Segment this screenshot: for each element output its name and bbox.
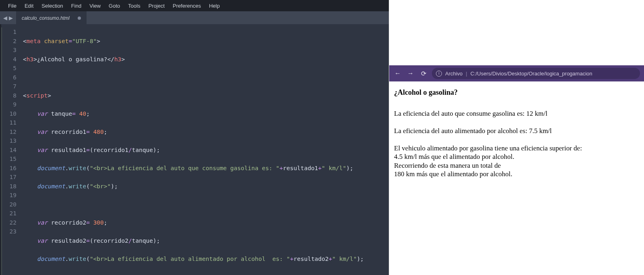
rendered-page: ¿Alcohol o gasolina? La eficiencia del a… [389, 81, 644, 185]
reload-button[interactable]: ⟳ [419, 70, 428, 77]
url-divider: | [466, 71, 467, 77]
code-content[interactable]: <meta charset="UTF-8"> <h3>¿Alcohol o ga… [23, 27, 389, 275]
output-block-3: El vehiculo alimentado por gasolina tien… [394, 144, 639, 178]
output-line-3c: Recorriendo de esta manera un total de [394, 161, 639, 170]
output-line-3b: 4.5 km/l más que el alimentado por alcoh… [394, 152, 639, 161]
menu-file[interactable]: File [4, 1, 21, 10]
tab-nav-arrows[interactable]: ◀ ▶ [0, 11, 16, 24]
browser-blank-top [389, 0, 644, 65]
forward-icon[interactable]: ▶ [9, 15, 13, 21]
code-editor: File Edit Selection Find View Goto Tools… [0, 0, 389, 275]
output-line-2: La eficiencia del auto alimentado por al… [394, 127, 639, 135]
tab-bar: ◀ ▶ calculo_consumo.html [0, 11, 389, 24]
menu-selection[interactable]: Selection [37, 1, 67, 10]
url-path: C:/Users/Divios/Desktop/Oracle/logica_pr… [471, 71, 592, 77]
menu-project[interactable]: Project [144, 1, 169, 10]
site-info-icon[interactable]: i [436, 71, 442, 77]
menu-tools[interactable]: Tools [124, 1, 144, 10]
browser-toolbar: ← → ⟳ i Archivo | C:/Users/Divios/Deskto… [389, 65, 644, 81]
menu-help[interactable]: Help [205, 1, 224, 10]
menu-find[interactable]: Find [67, 1, 85, 10]
forward-button[interactable]: → [406, 70, 415, 77]
page-title: ¿Alcohol o gasolina? [394, 88, 639, 97]
back-icon[interactable]: ◀ [3, 15, 7, 21]
menu-bar: File Edit Selection Find View Goto Tools… [0, 0, 389, 11]
menu-view[interactable]: View [85, 1, 105, 10]
tab-active[interactable]: calculo_consumo.html [16, 11, 87, 24]
back-button[interactable]: ← [393, 70, 402, 77]
output-line-1: La eficiencia del auto que consume gasol… [394, 109, 639, 118]
output-line-3a: El vehiculo alimentado por gasolina tien… [394, 144, 639, 152]
address-bar[interactable]: i Archivo | C:/Users/Divios/Desktop/Orac… [432, 68, 640, 79]
menu-goto[interactable]: Goto [105, 1, 124, 10]
browser-window: ← → ⟳ i Archivo | C:/Users/Divios/Deskto… [389, 0, 644, 275]
tab-filename: calculo_consumo.html [22, 15, 70, 21]
url-label: Archivo [445, 71, 462, 77]
menu-edit[interactable]: Edit [21, 1, 37, 10]
line-gutter: 1 2 3 4 5 6 7 8 9 10 11 12 13 14 15 16 1… [1, 27, 23, 275]
code-area[interactable]: 1 2 3 4 5 6 7 8 9 10 11 12 13 14 15 16 1… [0, 24, 389, 275]
tab-dirty-icon [78, 17, 81, 20]
menu-preferences[interactable]: Preferences [169, 1, 205, 10]
output-line-3d: 180 km más que el alimentado por alcohol… [394, 170, 639, 178]
